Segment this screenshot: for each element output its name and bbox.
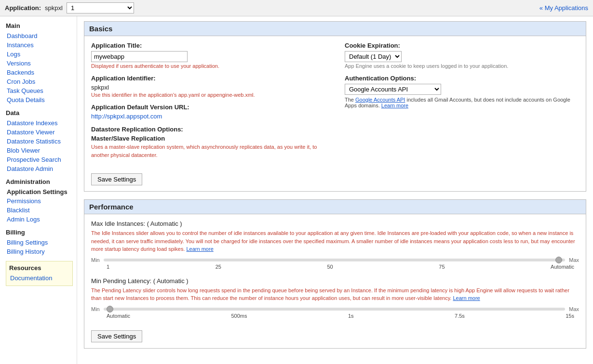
sidebar-resources-box: Resources Documentation — [6, 261, 73, 286]
idle-slider-track[interactable] — [104, 259, 565, 261]
pending-slider-min: Min — [91, 306, 100, 312]
sidebar-item-datastore-admin[interactable]: Datastore Admin — [7, 164, 77, 173]
sidebar-item-backends[interactable]: Backends — [7, 68, 77, 77]
sidebar-item-datastore-indexes[interactable]: Datastore Indexes — [7, 118, 77, 128]
basics-right-col: Cookie Expiration: Default (1 Day) App E… — [345, 42, 579, 114]
pending-learn-more-link[interactable]: Learn more — [453, 295, 480, 301]
sidebar-item-app-settings[interactable]: Application Settings — [7, 187, 77, 196]
pending-latency-section: Min Pending Latency: ( Automatic ) The P… — [91, 277, 579, 319]
sidebar-item-billing-history[interactable]: Billing History — [7, 247, 77, 256]
idle-slider-min: Min — [91, 257, 100, 263]
performance-body: Max Idle Instances: ( Automatic ) The Id… — [84, 214, 586, 348]
idle-instances-label: Max Idle Instances: ( Automatic ) — [91, 220, 579, 227]
sidebar-data-title: Data — [6, 109, 77, 117]
version-select[interactable]: 1 — [67, 2, 134, 13]
sidebar-item-logs[interactable]: Logs — [7, 50, 77, 59]
sidebar-item-quota-details[interactable]: Quota Details — [7, 95, 77, 104]
basics-left-col: Application Title: Displayed if users au… — [91, 42, 325, 165]
sidebar-resources-title: Resources — [9, 264, 69, 272]
datastore-label: Datastore Replication Options: — [91, 126, 325, 133]
header: Application: spkpxl 1 « My Applications — [0, 0, 593, 16]
sidebar: Main Dashboard Instances Logs Versions B… — [0, 16, 77, 364]
basics-header: Basics — [84, 22, 586, 36]
my-apps-link[interactable]: « My Applications — [539, 4, 588, 12]
auth-label: Authentication Options: — [345, 75, 579, 82]
sidebar-admin-title: Administration — [6, 178, 77, 185]
replication-type: Master/Slave Replication — [91, 135, 325, 142]
sidebar-billing-title: Billing — [6, 229, 77, 236]
cookie-hint: App Engine uses a cookie to keep users l… — [345, 63, 579, 69]
main-content: Basics Application Title: Displayed if u… — [77, 16, 593, 364]
cookie-select[interactable]: Default (1 Day) — [345, 51, 402, 62]
idle-learn-more-link[interactable]: Learn more — [187, 246, 214, 252]
auth-note: The Google Accounts API includes all Gma… — [345, 97, 579, 108]
sidebar-item-versions[interactable]: Versions — [7, 59, 77, 68]
auth-section: Authentication Options: Google Accounts … — [345, 75, 579, 108]
sidebar-item-billing-settings[interactable]: Billing Settings — [7, 238, 77, 247]
default-url-section: Application Default Version URL: http://… — [91, 104, 325, 120]
pending-latency-desc: The Pending Latency slider controls how … — [91, 286, 579, 302]
idle-instances-section: Max Idle Instances: ( Automatic ) The Id… — [91, 220, 579, 270]
sidebar-item-task-queues[interactable]: Task Queues — [7, 86, 77, 95]
sidebar-item-permissions[interactable]: Permissions — [7, 196, 77, 206]
datastore-section: Datastore Replication Options: Master/Sl… — [91, 126, 325, 159]
sidebar-item-datastore-viewer[interactable]: Datastore Viewer — [7, 128, 77, 137]
header-left: Application: spkpxl 1 — [5, 2, 134, 13]
layout: Main Dashboard Instances Logs Versions B… — [0, 16, 593, 364]
cookie-label: Cookie Expiration: — [345, 42, 579, 49]
sidebar-item-instances[interactable]: Instances — [7, 40, 77, 50]
app-label: Application: — [5, 4, 41, 12]
google-accounts-api-link[interactable]: Google Accounts API — [355, 97, 405, 103]
sidebar-item-datastore-statistics[interactable]: Datastore Statistics — [7, 137, 77, 146]
auth-learn-more-link[interactable]: Learn more — [381, 103, 408, 108]
app-title-label: Application Title: — [91, 42, 325, 49]
idle-slider-max: Max — [569, 257, 579, 263]
performance-header: Performance — [84, 200, 586, 214]
replication-desc: Uses a master-slave replication system, … — [91, 143, 325, 159]
app-id-hint: Use this identifier in the application's… — [91, 92, 325, 98]
sidebar-item-admin-logs[interactable]: Admin Logs — [7, 215, 77, 224]
sidebar-item-prospective-search[interactable]: Prospective Search — [7, 155, 77, 164]
auth-select[interactable]: Google Accounts API — [345, 84, 441, 95]
sidebar-item-blob-viewer[interactable]: Blob Viewer — [7, 146, 77, 155]
cookie-section: Cookie Expiration: Default (1 Day) App E… — [345, 42, 579, 69]
pending-slider-track[interactable] — [104, 308, 565, 311]
idle-slider-container: Min Max — [91, 257, 579, 263]
performance-save-button[interactable]: Save Settings — [91, 330, 142, 342]
app-id: spkpxl — [45, 4, 63, 12]
app-title-hint: Displayed if users authenticate to use y… — [91, 63, 325, 69]
app-title-input[interactable] — [91, 51, 188, 62]
sidebar-main-title: Main — [6, 22, 77, 29]
pending-slider-thumb[interactable] — [107, 306, 113, 312]
app-id-label: Application Identifier: — [91, 75, 325, 82]
idle-instances-desc: The Idle Instances slider allows you to … — [91, 229, 579, 253]
pending-slider-labels: Automatic 500ms 1s 7.5s 15s — [106, 313, 575, 319]
sidebar-item-blacklist[interactable]: Blacklist — [7, 206, 77, 215]
idle-slider-thumb[interactable] — [555, 257, 562, 263]
idle-slider-labels: 1 25 50 75 Automatic — [106, 264, 575, 270]
app-id-value: spkpxl — [91, 84, 325, 91]
basics-section: Basics Application Title: Displayed if u… — [84, 21, 586, 192]
pending-latency-label: Min Pending Latency: ( Automatic ) — [91, 277, 579, 285]
pending-slider-max: Max — [569, 306, 579, 312]
basics-save-button[interactable]: Save Settings — [91, 173, 142, 185]
basics-body: Application Title: Displayed if users au… — [84, 36, 586, 191]
app-id-section: Application Identifier: spkpxl Use this … — [91, 75, 325, 98]
sidebar-item-dashboard[interactable]: Dashboard — [7, 31, 77, 40]
app-title-section: Application Title: Displayed if users au… — [91, 42, 325, 69]
default-url-link[interactable]: http://spkpxl.appspot.com — [91, 113, 162, 120]
performance-section: Performance Max Idle Instances: ( Automa… — [84, 199, 586, 349]
basics-form-row: Application Title: Displayed if users au… — [91, 42, 579, 165]
sidebar-item-cron-jobs[interactable]: Cron Jobs — [7, 77, 77, 86]
pending-slider-container: Min Max — [91, 306, 579, 312]
default-url-label: Application Default Version URL: — [91, 104, 325, 111]
sidebar-item-documentation[interactable]: Documentation — [10, 273, 69, 283]
